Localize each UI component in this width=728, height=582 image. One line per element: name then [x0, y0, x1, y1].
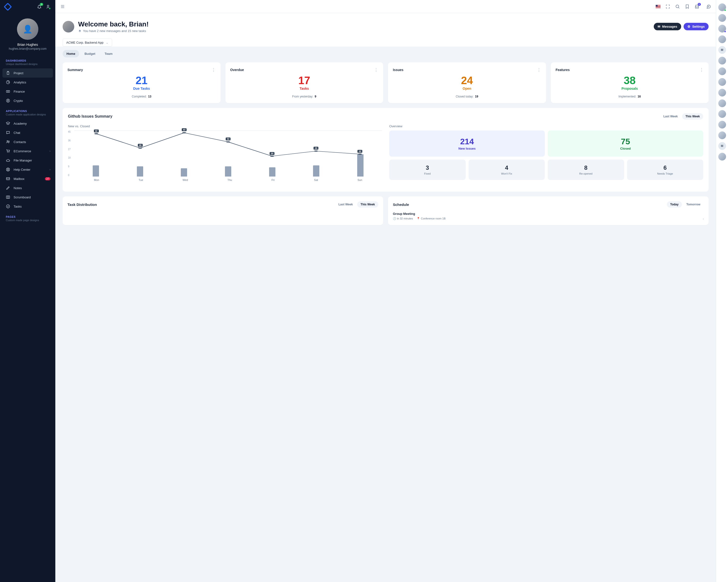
settings-button[interactable]: ⚙Settings — [683, 23, 709, 30]
more-icon[interactable]: ⋮ — [699, 67, 704, 73]
project-selector[interactable]: ACME Corp. Backend App ⌄ — [62, 38, 112, 47]
stat-label: Tasks — [230, 87, 379, 90]
contact-avatar[interactable] — [718, 67, 726, 75]
time-option-last-week[interactable]: Last Week — [660, 113, 681, 119]
cart-icon — [6, 149, 10, 153]
inbox-icon[interactable]: 5 — [695, 4, 699, 9]
contact-avatar[interactable] — [718, 153, 726, 161]
overview-small-won-t-fix: 4Won't Fix — [469, 160, 545, 180]
sidebar-item-scrumboard[interactable]: Scrumboard — [0, 193, 55, 202]
contact-avatar[interactable] — [718, 78, 726, 86]
svg-point-13 — [676, 5, 679, 8]
nav-label: Scrumboard — [14, 195, 31, 199]
chart-bar — [225, 166, 231, 176]
chevron-right-icon: › — [50, 149, 50, 153]
data-point-label: 34 — [226, 138, 231, 140]
bookmark-icon[interactable] — [685, 4, 690, 9]
svg-rect-10 — [6, 178, 10, 180]
sidebar-item-crypto[interactable]: Crypto — [0, 96, 55, 105]
sidebar-item-academy[interactable]: Academy — [0, 119, 55, 128]
data-point-label: 22 — [358, 150, 362, 153]
chart-bar — [137, 166, 143, 176]
status-dot — [724, 9, 726, 11]
data-point-label: 28 — [138, 144, 143, 147]
user-email: hughes.brian@company.com — [9, 47, 46, 51]
nav-group-subtitle: Custom made page designs — [0, 218, 55, 225]
fullscreen-icon[interactable] — [666, 4, 670, 9]
github-title: Github Issues Summary — [68, 114, 112, 118]
project-name: ACME Corp. Backend App — [66, 41, 103, 45]
contact-avatar[interactable] — [718, 14, 726, 22]
sidebar-item-finance[interactable]: Finance — [0, 87, 55, 96]
card-title: Overdue — [230, 68, 244, 72]
logo[interactable] — [4, 3, 12, 11]
event-time: 🕐 in 32 minutes — [393, 217, 413, 220]
sidebar-item-file-manager[interactable]: File Manager — [0, 156, 55, 165]
time-option-tomorrow[interactable]: Tomorrow — [683, 201, 704, 207]
ov-label: New Issues — [392, 147, 542, 150]
sidebar-item-project[interactable]: Project — [2, 68, 53, 78]
contact-avatar[interactable] — [718, 25, 726, 32]
ov-value: 4 — [470, 164, 543, 171]
user-status-icon[interactable] — [46, 4, 50, 9]
more-icon[interactable]: ⋮ — [211, 67, 216, 73]
contact-avatar[interactable] — [718, 100, 726, 107]
contact-avatar[interactable] — [718, 89, 726, 96]
stat-footer: Implemented:16 — [556, 95, 704, 98]
chat-icon — [6, 131, 10, 135]
header-avatar — [62, 21, 74, 32]
more-icon[interactable]: ⋮ — [374, 67, 378, 73]
contact-avatar[interactable]: M — [718, 142, 726, 150]
x-tick: Mon — [94, 178, 99, 182]
contact-avatar[interactable] — [718, 121, 726, 129]
chat-panel-icon[interactable] — [706, 4, 711, 9]
nav-group-subtitle: Custom made application designs — [0, 113, 55, 119]
task-dist-title: Task Distribution — [68, 202, 97, 206]
contact-avatar[interactable] — [718, 3, 726, 11]
nav-group-title: APPLICATIONS — [0, 108, 55, 113]
user-profile[interactable]: 👤 Brian Hughes hughes.brian@company.com — [0, 13, 55, 58]
search-icon[interactable] — [675, 4, 680, 9]
contact-avatar[interactable] — [718, 35, 726, 43]
cash-icon — [6, 89, 10, 93]
chart-bar — [357, 154, 364, 176]
contact-avatar[interactable] — [718, 132, 726, 139]
contact-avatar[interactable]: M — [718, 46, 726, 54]
menu-icon[interactable] — [60, 4, 65, 9]
github-chart: 4536271890 42284334202522 MonTueWedThuFr… — [68, 131, 382, 186]
svg-point-2 — [8, 91, 8, 92]
ov-value: 3 — [391, 164, 464, 171]
sidebar-item-analytics[interactable]: Analytics — [0, 78, 55, 87]
bell-icon[interactable]: 3 — [37, 4, 42, 9]
sidebar-item-tasks[interactable]: Tasks — [0, 202, 55, 211]
sidebar-item-ecommerce[interactable]: ECommerce› — [0, 146, 55, 156]
more-icon[interactable]: ⋮ — [537, 67, 541, 73]
sidebar-item-chat[interactable]: Chat — [0, 128, 55, 137]
board-icon — [6, 195, 10, 199]
time-option-last-week[interactable]: Last Week — [335, 201, 356, 207]
tab-home[interactable]: Home — [62, 50, 79, 57]
y-tick: 0 — [68, 174, 71, 176]
sidebar-item-contacts[interactable]: Contacts — [0, 137, 55, 146]
time-option-this-week[interactable]: This Week — [357, 201, 378, 207]
time-option-this-week[interactable]: This Week — [682, 113, 703, 119]
inbox-badge: 5 — [698, 3, 701, 6]
tab-budget[interactable]: Budget — [81, 50, 99, 57]
contact-avatar[interactable] — [718, 57, 726, 64]
contact-avatar[interactable] — [718, 110, 726, 118]
card-title: Issues — [393, 68, 404, 72]
stat-value: 24 — [393, 75, 541, 87]
sidebar-item-mailbox[interactable]: Mailbox27 — [0, 174, 55, 183]
data-point-label: 43 — [182, 128, 187, 131]
sidebar-item-help-center[interactable]: Help Center› — [0, 165, 55, 174]
language-flag[interactable] — [656, 5, 660, 8]
mail-icon — [6, 176, 10, 181]
time-option-today[interactable]: Today — [667, 201, 682, 207]
schedule-item[interactable]: Group Meeting🕐 in 32 minutes📍 Conference… — [393, 212, 704, 220]
tab-team[interactable]: Team — [101, 50, 116, 57]
task-distribution-card: Task Distribution Last WeekThis Week — [62, 196, 383, 225]
academic-icon — [6, 121, 10, 126]
avatar: 👤 — [17, 19, 38, 40]
messages-button[interactable]: ✉Messages — [654, 23, 681, 30]
sidebar-item-notes[interactable]: Notes — [0, 183, 55, 193]
